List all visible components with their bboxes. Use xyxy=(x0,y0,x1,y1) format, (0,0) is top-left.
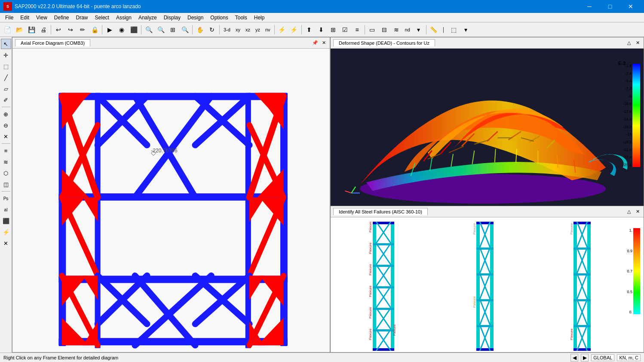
close-button[interactable]: ✕ xyxy=(621,0,641,13)
svg-text:Flexure: Flexure xyxy=(368,285,372,297)
menu-select[interactable]: Select xyxy=(92,13,113,22)
scale-values: -1.8 -3.6 -5.4 -7.2 -9 -10.8 -12.6 -14.4… xyxy=(623,64,632,167)
tb-open[interactable]: 📂 xyxy=(14,24,25,35)
tool-cross[interactable]: ✕ xyxy=(1,131,11,142)
svg-rect-128 xyxy=(587,222,591,351)
tb-nd[interactable]: nd xyxy=(403,24,412,35)
menu-display[interactable]: Display xyxy=(160,13,184,22)
tb-check[interactable]: ☑ xyxy=(340,24,351,35)
maximize-button[interactable]: □ xyxy=(600,0,620,13)
tool-wand[interactable]: ⚡ xyxy=(1,227,11,237)
tool-block[interactable]: ⬛ xyxy=(1,216,11,226)
menu-help[interactable]: Help xyxy=(251,13,268,22)
scale-val-12: -21.6 xyxy=(623,148,632,152)
tb-zoom-prev[interactable]: 🔍 xyxy=(179,24,190,35)
tower-1-svg: Flexure Flexure Flexure Flexure Flexure … xyxy=(366,222,401,351)
tb-yz[interactable]: yz xyxy=(253,24,262,35)
tb-save2[interactable]: 🖨 xyxy=(38,24,49,35)
tb-arrows2[interactable]: ⚡ xyxy=(288,24,300,35)
tool-rubber[interactable]: ⬚ xyxy=(1,61,11,71)
menu-file[interactable]: File xyxy=(2,13,17,22)
failures-canvas[interactable]: Flexure Flexure Flexure Flexure Flexure … xyxy=(331,217,644,352)
tb-nv[interactable]: nv xyxy=(263,24,273,35)
tb-zoom-out[interactable]: 🔍 xyxy=(143,24,154,35)
tb-zoom-box[interactable]: ⊞ xyxy=(167,24,178,35)
tool-hex[interactable]: ⬡ xyxy=(1,168,11,178)
tb-save[interactable]: 💾 xyxy=(26,24,37,35)
tb-rotate[interactable]: ↻ xyxy=(206,24,218,35)
tb-run2[interactable]: ◉ xyxy=(116,24,127,35)
tool-split[interactable]: ◫ xyxy=(1,179,11,189)
tb-lock[interactable]: 🔒 xyxy=(89,24,100,35)
tb-nd-drop[interactable]: ▾ xyxy=(413,24,424,35)
tool-al[interactable]: al xyxy=(1,204,11,215)
menu-tools[interactable]: Tools xyxy=(232,13,251,22)
deformed-canvas[interactable]: E-3 -1.8 -3.6 -5.4 -7.2 -9 -10.8 -12.6 -… xyxy=(331,49,644,206)
nav-next[interactable]: ▶ xyxy=(581,354,589,362)
axial-panel-tab[interactable]: Axial Force Diagram (COMB3) xyxy=(15,39,90,46)
panel-close-left[interactable]: ✕ xyxy=(320,40,327,46)
unit-dropdown[interactable]: KN, m, C xyxy=(617,354,641,361)
tool-grid2[interactable]: ≋ xyxy=(1,157,11,167)
menu-draw[interactable]: Draw xyxy=(73,13,92,22)
tb-edit[interactable]: ✏ xyxy=(77,24,88,35)
tool-list[interactable]: ≡ xyxy=(1,145,11,156)
tb-zoom-in[interactable]: 🔍 xyxy=(155,24,166,35)
tb-display[interactable]: ⬚ xyxy=(448,24,460,35)
tb-redo[interactable]: ↪ xyxy=(65,24,76,35)
tool-select[interactable]: ↖ xyxy=(1,39,11,49)
tb-3d[interactable]: 3-d xyxy=(221,24,233,35)
tb-coord[interactable]: │ xyxy=(440,24,448,35)
menu-view[interactable]: View xyxy=(33,13,51,22)
tool-cross2[interactable]: ✕ xyxy=(1,238,11,248)
minimize-button[interactable]: ─ xyxy=(580,0,599,13)
tb-display2[interactable]: ▾ xyxy=(460,24,472,35)
tb-arrows[interactable]: ⚡ xyxy=(276,24,288,35)
global-dropdown[interactable]: GLOBAL xyxy=(591,354,614,361)
failures-panel-tab[interactable]: Identify All Steel Failures (AISC 360-10… xyxy=(333,208,428,215)
tool-move[interactable]: ✛ xyxy=(1,50,11,60)
panel-expand-deformed[interactable]: △ xyxy=(626,40,632,46)
tool-polyline[interactable]: ▱ xyxy=(1,84,11,94)
tb-xz[interactable]: xz xyxy=(243,24,252,35)
tb-run3[interactable]: ⬛ xyxy=(128,24,139,35)
tb-ruler[interactable]: 📏 xyxy=(428,24,439,35)
scale-val-1: -1.8 xyxy=(625,64,632,68)
menu-design[interactable]: Design xyxy=(184,13,207,22)
menu-analyze[interactable]: Analyze xyxy=(135,13,160,22)
viewport-axial-force: Axial Force Diagram (COMB3) 📌 ✕ xyxy=(12,37,330,353)
menu-options[interactable]: Options xyxy=(207,13,231,22)
menu-define[interactable]: Define xyxy=(51,13,73,22)
panel-expand-failures[interactable]: △ xyxy=(626,208,632,215)
title-controls[interactable]: ─ □ ✕ xyxy=(580,0,641,13)
tb-pan[interactable]: ✋ xyxy=(194,24,205,35)
panel-close-deformed[interactable]: ✕ xyxy=(634,40,641,46)
tb-new[interactable]: 📄 xyxy=(2,24,13,35)
tb-rect[interactable]: ▭ xyxy=(367,24,378,35)
tool-pen[interactable]: ✐ xyxy=(1,95,11,105)
tb-grid[interactable]: ⊞ xyxy=(328,24,339,35)
axial-canvas[interactable]: -220.76706 xyxy=(12,49,330,352)
tool-line[interactable]: ╱ xyxy=(1,72,11,83)
menu-edit[interactable]: Edit xyxy=(17,13,33,22)
tool-add[interactable]: ⊕ xyxy=(1,109,11,119)
tb-run[interactable]: ▶ xyxy=(104,24,115,35)
tower-2: Flexure Flexure xyxy=(472,222,498,351)
tool-ps[interactable]: Ps xyxy=(1,193,11,204)
panel-close-failures[interactable]: ✕ xyxy=(634,208,641,215)
scale-val-3: -5.4 xyxy=(625,79,632,83)
tb-down[interactable]: ⬇ xyxy=(316,24,327,35)
tb-frame[interactable]: ⊟ xyxy=(379,24,390,35)
deformed-panel-tab[interactable]: Deformed Shape (DEAD) - Contours for Uz xyxy=(333,39,435,46)
panel-pin-left[interactable]: 📌 xyxy=(312,40,319,46)
tb-section[interactable]: ≋ xyxy=(391,24,402,35)
menu-assign[interactable]: Assign xyxy=(113,13,135,22)
tb-xy[interactable]: xy xyxy=(233,24,242,35)
tb-extra[interactable]: ≡ xyxy=(352,24,363,35)
tb-up[interactable]: ⬆ xyxy=(304,24,315,35)
nav-prev[interactable]: ◀ xyxy=(570,354,578,362)
tool-minus[interactable]: ⊖ xyxy=(1,120,11,130)
svg-rect-134 xyxy=(573,348,591,351)
tb-undo[interactable]: ↩ xyxy=(53,24,64,35)
title-bar: S SAP2000 v22.2.0 Ultimate 64-bit - puen… xyxy=(0,0,644,13)
